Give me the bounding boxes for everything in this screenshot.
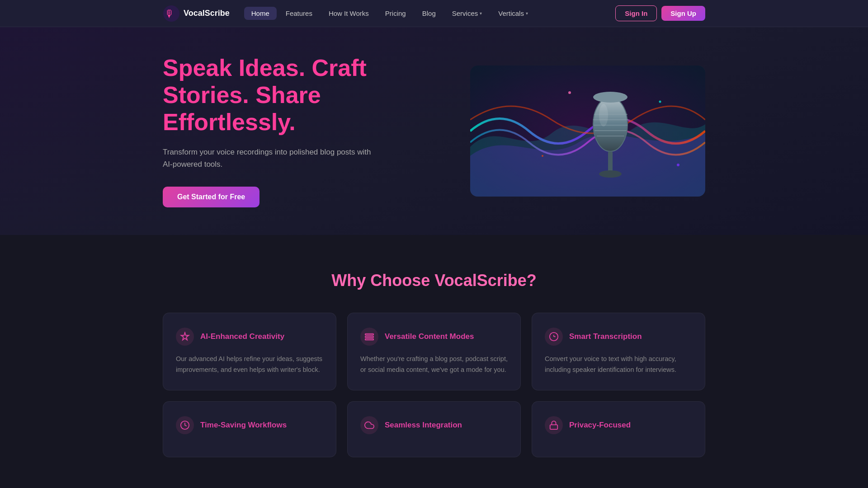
svg-rect-17 <box>365 334 373 335</box>
card-versatile-title: Versatile Content Modes <box>385 332 474 341</box>
privacy-icon <box>545 416 563 434</box>
card-time-header: Time-Saving Workflows <box>176 416 323 434</box>
hero-title: Speak Ideas. Craft Stories. Share Effort… <box>163 55 443 136</box>
nav-home[interactable]: Home <box>244 7 277 20</box>
time-saving-icon <box>176 416 194 434</box>
nav-auth: Sign In Sign Up <box>615 5 705 21</box>
svg-point-13 <box>568 91 571 94</box>
hero-text: Speak Ideas. Craft Stories. Share Effort… <box>163 55 443 207</box>
svg-point-15 <box>542 155 543 157</box>
nav-features[interactable]: Features <box>278 7 320 20</box>
svg-rect-19 <box>365 339 373 340</box>
card-ai-title: AI-Enhanced Creativity <box>200 332 284 341</box>
card-transcription: Smart Transcription Convert your voice t… <box>532 313 705 390</box>
card-versatile-body: Whether you're crafting a blog post, pod… <box>360 354 508 375</box>
svg-text:🎙: 🎙 <box>165 8 175 19</box>
nav-blog[interactable]: Blog <box>415 7 443 20</box>
card-ai-creativity: AI-Enhanced Creativity Our advanced AI h… <box>163 313 336 390</box>
svg-point-11 <box>593 92 627 103</box>
hero-section: Speak Ideas. Craft Stories. Share Effort… <box>0 27 868 235</box>
svg-point-14 <box>659 100 661 103</box>
logo-text: VocalScribe <box>184 9 230 18</box>
svg-point-10 <box>599 170 622 178</box>
transcription-icon <box>545 328 563 346</box>
hero-illustration <box>470 66 705 197</box>
services-chevron-icon: ▾ <box>480 11 482 16</box>
ai-creativity-icon <box>176 328 194 346</box>
svg-point-12 <box>599 104 608 127</box>
svg-point-16 <box>677 164 679 166</box>
svg-rect-18 <box>365 336 373 338</box>
logo[interactable]: 🎙 VocalScribe <box>163 5 230 22</box>
card-integration: Seamless Integration <box>347 401 521 457</box>
nav-verticals[interactable]: Verticals ▾ <box>491 7 535 20</box>
logo-icon: 🎙 <box>163 5 180 22</box>
card-privacy-header: Privacy-Focused <box>545 416 692 434</box>
verticals-chevron-icon: ▾ <box>526 11 528 16</box>
hero-subtitle: Transform your voice recordings into pol… <box>163 146 380 170</box>
why-title: Why Choose VocalScribe? <box>163 271 705 290</box>
card-ai-body: Our advanced AI helps refine your ideas,… <box>176 354 323 375</box>
card-versatile: Versatile Content Modes Whether you're c… <box>347 313 521 390</box>
cta-button[interactable]: Get Started for Free <box>163 187 259 207</box>
card-time-saving: Time-Saving Workflows <box>163 401 336 457</box>
card-integration-header: Seamless Integration <box>360 416 508 434</box>
signup-button[interactable]: Sign Up <box>661 6 705 21</box>
nav-links: Home Features How It Works Pricing Blog … <box>244 7 612 20</box>
card-ai-header: AI-Enhanced Creativity <box>176 328 323 346</box>
card-transcription-title: Smart Transcription <box>569 332 642 341</box>
card-privacy-title: Privacy-Focused <box>569 421 631 430</box>
integration-icon <box>360 416 378 434</box>
signin-button[interactable]: Sign In <box>615 5 657 21</box>
card-time-title: Time-Saving Workflows <box>200 421 287 430</box>
svg-rect-24 <box>550 425 558 429</box>
card-privacy: Privacy-Focused <box>532 401 705 457</box>
nav-services[interactable]: Services ▾ <box>445 7 490 20</box>
versatile-icon <box>360 328 378 346</box>
svg-point-3 <box>593 97 627 151</box>
features-grid-2: Time-Saving Workflows Seamless Integrati… <box>163 401 705 457</box>
nav-pricing[interactable]: Pricing <box>378 7 413 20</box>
features-grid: AI-Enhanced Creativity Our advanced AI h… <box>163 313 705 390</box>
card-versatile-header: Versatile Content Modes <box>360 328 508 346</box>
card-integration-title: Seamless Integration <box>385 421 462 430</box>
navbar: 🎙 VocalScribe Home Features How It Works… <box>0 0 868 27</box>
card-transcription-body: Convert your voice to text with high acc… <box>545 354 692 375</box>
nav-how-it-works[interactable]: How It Works <box>321 7 376 20</box>
hero-image <box>470 66 705 197</box>
card-transcription-header: Smart Transcription <box>545 328 692 346</box>
why-section: Why Choose VocalScribe? AI-Enhanced Crea… <box>0 235 868 488</box>
